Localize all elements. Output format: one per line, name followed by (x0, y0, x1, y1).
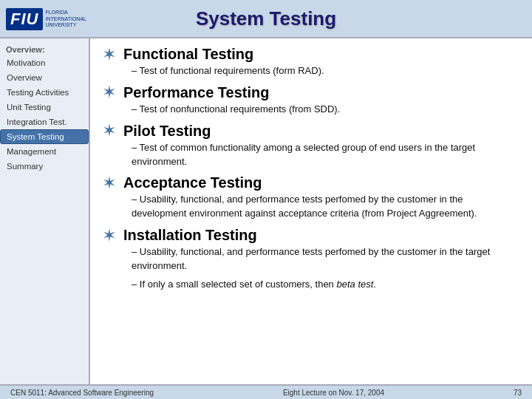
sidebar: Overview: Motivation Overview Testing Ac… (0, 38, 90, 399)
installation-testing-bullet-2: If only a small selected set of customer… (132, 278, 519, 292)
acceptance-testing-label: Acceptance Testing (123, 174, 262, 191)
pilot-testing-block: ✶ Pilot Testing Test of common functiona… (103, 123, 519, 169)
functional-testing-bullet-1: Test of functional requirements (form RA… (132, 64, 519, 78)
acceptance-testing-bullet-1: Usability, functional, and performance t… (132, 193, 519, 221)
sidebar-overview-label: Overview: (0, 41, 89, 55)
footer-center: Eight Lecture on Nov. 17, 2004 (283, 389, 384, 397)
bullet-star-5: ✶ (103, 228, 115, 244)
acceptance-testing-heading: ✶ Acceptance Testing (103, 174, 519, 191)
sidebar-item-overview[interactable]: Overview (0, 70, 89, 85)
functional-testing-block: ✶ Functional Testing Test of functional … (103, 46, 519, 78)
logo-subtitle: FLORIDAINTERNATIONALUNIVERSITY (45, 10, 86, 28)
installation-testing-heading: ✶ Installation Testing (103, 227, 519, 244)
performance-testing-label: Performance Testing (123, 84, 269, 101)
sidebar-item-summary[interactable]: Summary (0, 159, 89, 174)
footer-page: 73 (514, 389, 522, 397)
sidebar-item-integration-test[interactable]: Integration Test. (0, 115, 89, 129)
logo-area: FIU FLORIDAINTERNATIONALUNIVERSITY (6, 3, 72, 35)
footer-left: CEN 5011: Advanced Software Engineering (10, 389, 154, 397)
footer: CEN 5011: Advanced Software Engineering … (0, 384, 532, 399)
acceptance-testing-block: ✶ Acceptance Testing Usability, function… (103, 174, 519, 221)
installation-testing-block: ✶ Installation Testing Usability, functi… (103, 227, 519, 292)
bullet-star-1: ✶ (103, 47, 115, 63)
pilot-testing-heading: ✶ Pilot Testing (103, 123, 519, 140)
functional-testing-heading: ✶ Functional Testing (103, 46, 519, 63)
bullet-star-2: ✶ (103, 84, 115, 100)
page-title: System Testing (196, 7, 336, 30)
performance-testing-heading: ✶ Performance Testing (103, 84, 519, 101)
main-layout: Overview: Motivation Overview Testing Ac… (0, 38, 532, 399)
header: FIU FLORIDAINTERNATIONALUNIVERSITY Syste… (0, 0, 532, 38)
pilot-testing-bullet-1: Test of common functionality among a sel… (132, 141, 519, 169)
performance-testing-block: ✶ Performance Testing Test of nonfunctio… (103, 84, 519, 117)
pilot-testing-label: Pilot Testing (123, 123, 211, 140)
sidebar-item-system-testing[interactable]: System Testing (0, 129, 89, 144)
sidebar-item-motivation[interactable]: Motivation (0, 55, 89, 70)
installation-testing-bullet-1: Usability, functional, and performance t… (132, 245, 519, 273)
bullet-star-4: ✶ (103, 175, 115, 191)
sidebar-item-management[interactable]: Management (0, 144, 89, 159)
sidebar-item-unit-testing[interactable]: Unit Testing (0, 100, 89, 115)
sidebar-item-testing-activities[interactable]: Testing Activities (0, 85, 89, 100)
bullet-star-3: ✶ (103, 123, 115, 139)
installation-testing-label: Installation Testing (123, 227, 257, 244)
functional-testing-label: Functional Testing (123, 46, 253, 63)
performance-testing-bullet-1: Test of nonfunctional requirements (from… (132, 103, 519, 117)
fiu-logo: FIU (6, 8, 43, 30)
content-area: ✶ Functional Testing Test of functional … (90, 38, 532, 399)
